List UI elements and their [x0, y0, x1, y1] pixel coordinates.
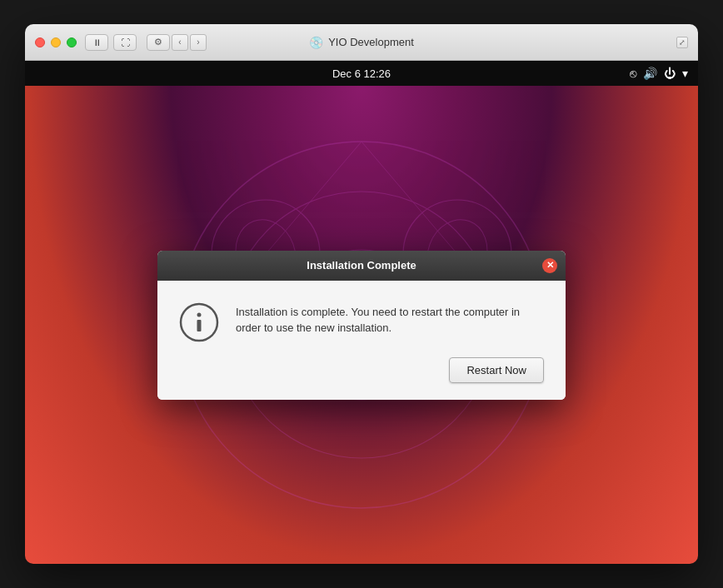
tray-icons: ⎋ 🔊 ⏻ ▾ [630, 67, 688, 80]
minimize-traffic-light[interactable] [51, 37, 61, 47]
forward-arrow[interactable]: › [190, 34, 207, 51]
datetime-display: Dec 6 12:26 [332, 67, 391, 80]
dialog-title: Installation Complete [307, 259, 416, 272]
desktop: Installation Complete ✕ [25, 86, 698, 564]
title-bar-right: ⤢ [676, 37, 688, 48]
back-icon: ‹ [178, 37, 181, 47]
restart-now-button[interactable]: Restart Now [449, 357, 544, 383]
installation-complete-dialog: Installation Complete ✕ [157, 251, 566, 400]
pause-button[interactable]: ⏸ [85, 34, 108, 51]
resize-button[interactable]: ⤢ [676, 37, 688, 48]
dialog-close-button[interactable]: ✕ [542, 258, 557, 273]
dialog-titlebar: Installation Complete ✕ [157, 251, 566, 281]
maximize-traffic-light[interactable] [67, 37, 77, 47]
dropdown-icon[interactable]: ▾ [682, 67, 688, 80]
screenshot-icon: ⛶ [121, 37, 130, 47]
info-icon [179, 302, 219, 342]
svg-rect-11 [197, 320, 202, 331]
dialog-overlay: Installation Complete ✕ [157, 251, 566, 400]
dialog-content: Installation is complete. You need to re… [177, 301, 546, 344]
settings-button[interactable]: ⚙ [147, 34, 170, 51]
info-icon-container [177, 301, 221, 344]
forward-icon: › [197, 37, 199, 47]
title-bar: ⏸ ⛶ ⚙ ‹ › 💿 YIO Development ⤢ [25, 24, 698, 61]
dialog-message: Installation is complete. You need to re… [236, 301, 546, 336]
title-bar-controls: ⏸ ⛶ ⚙ ‹ › [85, 34, 207, 51]
close-traffic-light[interactable] [35, 37, 45, 47]
nav-arrows: ⚙ ‹ › [147, 34, 207, 51]
power-icon[interactable]: ⏻ [664, 67, 676, 80]
pause-icon: ⏸ [92, 37, 102, 47]
network-icon[interactable]: ⎋ [630, 67, 636, 80]
back-arrow[interactable]: ‹ [172, 34, 188, 51]
screenshot-button[interactable]: ⛶ [113, 34, 137, 51]
dialog-actions: Restart Now [177, 357, 546, 383]
window-title: YIO Development [328, 36, 414, 48]
dialog-body: Installation is complete. You need to re… [157, 281, 566, 400]
volume-icon[interactable]: 🔊 [643, 67, 657, 80]
system-tray: Dec 6 12:26 ⎋ 🔊 ⏻ ▾ [25, 61, 698, 86]
close-icon: ✕ [546, 260, 554, 271]
traffic-lights [35, 37, 77, 47]
window-title-area: 💿 YIO Development [309, 36, 414, 49]
settings-icon: ⚙ [154, 37, 162, 47]
mac-window: ⏸ ⛶ ⚙ ‹ › 💿 YIO Development ⤢ [25, 24, 698, 564]
svg-point-10 [197, 312, 202, 316]
disk-icon: 💿 [309, 36, 323, 49]
